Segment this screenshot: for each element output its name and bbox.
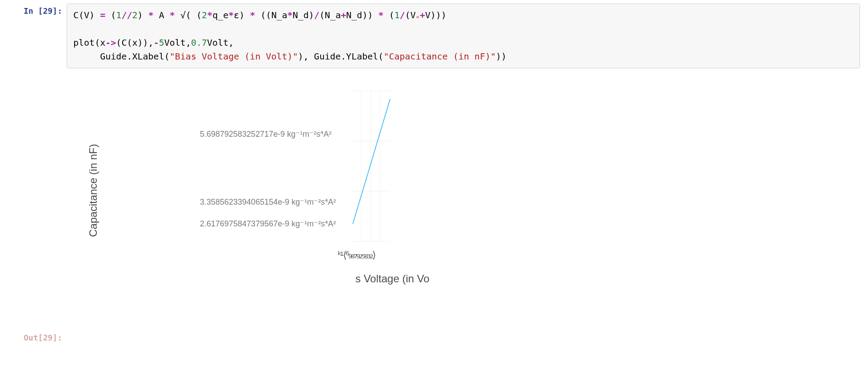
prompt-in-label: In [ — [24, 6, 43, 16]
code-token: / — [314, 10, 319, 20]
plot-panel — [351, 91, 390, 241]
y-tick-1: 3.3585623394065154e-9 kg⁻¹m⁻²s⁴A² — [200, 197, 346, 207]
code-token: * — [148, 10, 159, 20]
code-token: V))) — [425, 10, 446, 20]
prompt-in-close: ]: — [52, 6, 62, 16]
y-tick-2: 2.6176975847379567e-9 kg⁻¹m⁻²s⁴A² — [200, 219, 346, 229]
code-token: N_d)) — [346, 10, 378, 20]
code-token: ( — [389, 10, 394, 20]
code-token: N_d) — [293, 10, 314, 20]
x-axis-label: s Voltage (in Vo — [355, 273, 433, 285]
code-token: ( — [111, 10, 116, 20]
code-token: 2 — [132, 10, 137, 20]
code-token: -> — [105, 37, 116, 48]
code-token: "Capacitance (in nF)" — [383, 51, 496, 62]
code-token: ((N_a — [261, 10, 287, 20]
prompt-out-close: ]: — [52, 333, 62, 342]
code-token: * — [170, 10, 180, 20]
code-token: 2 — [202, 10, 207, 20]
code-token: A — [159, 10, 170, 20]
code-token: // — [121, 10, 132, 20]
code-token: √ — [180, 10, 186, 20]
code-token: 5 — [159, 37, 164, 48]
output-row: Capacitance (in nF) 5.698792583252717e-9… — [0, 73, 868, 295]
code-token: + — [420, 10, 425, 20]
code-token: ) — [138, 10, 148, 20]
code-token: - — [154, 37, 159, 48]
code-token: * — [207, 10, 212, 20]
output-prompt: Out[29]: — [0, 332, 67, 344]
code-token: Volt, — [207, 37, 234, 48]
code-token: (N_a — [319, 10, 341, 20]
code-token: ), Guide.YLabel( — [298, 51, 384, 62]
input-cell: In [29]: C(V) = (1//2) * A * √( (2*q_e*ε… — [0, 0, 868, 73]
y-tick-0: 5.698792583252717e-9 kg⁻¹m⁻²s⁴A² — [200, 129, 346, 139]
code-token: = — [95, 10, 111, 20]
code-token: (C(x)), — [116, 37, 153, 48]
output-cell: Out[29]: — [0, 330, 868, 344]
code-token: q_e — [212, 10, 228, 20]
code-token: Volt, — [164, 37, 191, 48]
code-token: ε — [234, 10, 239, 20]
prompt-in-number: 29 — [43, 6, 53, 16]
prompt-out-number: 29 — [43, 333, 53, 342]
code-token: * — [378, 10, 389, 20]
code-token: * — [250, 10, 260, 20]
code-token: ( ( — [186, 10, 202, 20]
code-token: + — [341, 10, 346, 20]
y-axis-label: Capacitance (in nF) — [87, 144, 100, 237]
prompt-out-label: Out[ — [24, 333, 43, 342]
code-token: 1 — [116, 10, 121, 20]
code-token: plot(x — [73, 37, 105, 48]
x-tick-overlapped: ᵏ¹ ⟨⁶₉₈₇₉₂₅₈₃₂⟩ — [338, 249, 426, 261]
code-token: / — [400, 10, 405, 20]
code-editor[interactable]: C(V) = (1//2) * A * √( (2*q_e*ε) * ((N_a… — [67, 4, 860, 68]
code-token: C(V) — [73, 10, 95, 20]
code-token: ) — [239, 10, 250, 20]
code-token: (V — [405, 10, 416, 20]
series-line — [351, 91, 390, 241]
code-token: "Bias Voltage (in Volt)" — [170, 51, 298, 62]
code-token: ₒ — [416, 12, 420, 20]
code-token: )) — [496, 51, 506, 62]
capacitance-chart: Capacitance (in nF) 5.698792583252717e-9… — [67, 86, 555, 295]
code-token: * — [228, 10, 234, 20]
input-prompt: In [29]: — [0, 2, 67, 73]
code-token: * — [287, 10, 293, 20]
output-area: Capacitance (in nF) 5.698792583252717e-9… — [67, 73, 555, 295]
code-token: 1 — [394, 10, 400, 20]
output-prompt-spacer — [0, 73, 67, 295]
code-token: 0.7 — [191, 37, 207, 48]
code-token: Guide.XLabel( — [73, 51, 170, 62]
